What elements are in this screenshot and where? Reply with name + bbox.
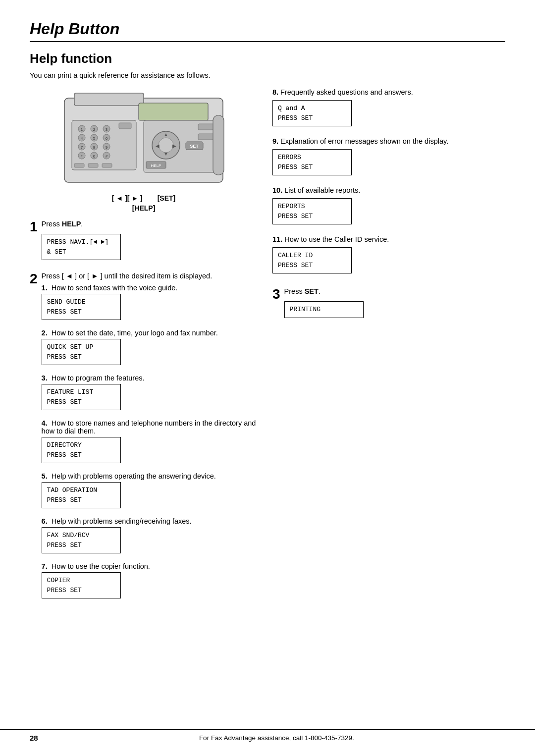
step-1: 1 Press HELP. PRESS NAVI.[◄ ►] & SET	[30, 220, 258, 264]
sub-item-2: 2. How to set the date, time, your logo …	[42, 329, 258, 369]
left-column: 1 2 3 4 5 6 7 8	[30, 88, 258, 615]
page-container: Help Button Help function You can print …	[0, 0, 535, 756]
svg-rect-31	[119, 123, 131, 129]
svg-text:1: 1	[81, 127, 83, 132]
step-1-text: Press HELP.	[42, 220, 258, 228]
lcd-item-5: TAD OPERATION PRESS SET	[42, 482, 121, 508]
step-3: 3 Press SET. PRINTING	[272, 287, 505, 322]
right-sub-item-9: 9. Explanation of error messages shown o…	[272, 137, 505, 179]
lcd-item-7: COPIER PRESS SET	[42, 572, 121, 598]
svg-text:▶: ▶	[172, 143, 176, 149]
svg-rect-34	[198, 134, 214, 140]
right-sub-item-11: 11. How to use the Caller ID service. CA…	[272, 235, 505, 277]
right-sub-item-10: 10. List of available reports. REPORTS P…	[272, 186, 505, 228]
step-3-number: 3	[272, 287, 280, 301]
page-footer: 28 For Fax Advantage assistance, call 1-…	[0, 729, 535, 746]
page-number: 28	[30, 734, 38, 742]
svg-text:*: *	[81, 154, 82, 159]
footer-text: For Fax Advantage assistance, call 1-800…	[48, 734, 505, 742]
step-1-content: Press HELP. PRESS NAVI.[◄ ►] & SET	[42, 220, 258, 264]
step-3-text: Press SET.	[284, 287, 505, 295]
fax-machine-svg: 1 2 3 4 5 6 7 8	[59, 88, 228, 192]
lcd-item-3: FEATURE LIST PRESS SET	[42, 384, 121, 410]
svg-rect-1	[74, 93, 144, 106]
svg-text:9: 9	[106, 145, 108, 150]
svg-text:▲: ▲	[163, 132, 168, 137]
svg-text:#: #	[106, 154, 108, 159]
svg-rect-30	[102, 163, 112, 167]
sub-item-5: 5. Help with problems operating the answ…	[42, 472, 258, 512]
step-1-number: 1	[30, 220, 38, 234]
svg-text:SET: SET	[190, 144, 199, 149]
svg-rect-2	[139, 103, 208, 120]
step-2: 2 Press [ ◄ ] or [ ► ] until the desired…	[30, 272, 258, 607]
lcd-right-item-10: REPORTS PRESS SET	[272, 198, 352, 224]
svg-text:HELP: HELP	[151, 163, 161, 168]
lcd-right-item-11: CALLER ID PRESS SET	[272, 247, 352, 273]
svg-rect-45	[213, 115, 224, 175]
svg-text:5: 5	[93, 136, 96, 141]
sub-item-6: 6. Help with problems sending/receiving …	[42, 517, 258, 557]
sub-item-7: 7. How to use the copier function. COPIE…	[42, 562, 258, 602]
section-title: Help function	[30, 51, 505, 66]
step-3-content: Press SET. PRINTING	[284, 287, 505, 322]
svg-text:6: 6	[106, 136, 108, 141]
step-2-text: Press [ ◄ ] or [ ► ] until the desired i…	[42, 272, 258, 280]
svg-text:0: 0	[93, 154, 96, 159]
svg-text:4: 4	[81, 136, 83, 141]
step-2-number: 2	[30, 272, 38, 286]
set-button-label: [SET]	[158, 194, 176, 202]
step-3-lcd: PRINTING	[284, 301, 364, 318]
main-content: 1 2 3 4 5 6 7 8	[30, 88, 505, 615]
nav-button-label: [ ◄ ][ ► ]	[112, 194, 143, 202]
lcd-item-2: QUICK SET UP PRESS SET	[42, 339, 121, 365]
svg-rect-28	[74, 163, 84, 167]
right-sub-item-8: 8. Frequently asked questions and answer…	[272, 88, 505, 130]
step-2-content: Press [ ◄ ] or [ ► ] until the desired i…	[42, 272, 258, 607]
svg-rect-33	[198, 124, 214, 130]
intro-text: You can print a quick reference for assi…	[30, 71, 505, 79]
sub-item-1: 1. How to send faxes with the voice guid…	[42, 284, 258, 324]
sub-item-3: 3. How to program the features. FEATURE …	[42, 374, 258, 414]
lcd-item-1: SEND GUIDE PRESS SET	[42, 294, 121, 320]
device-illustration: 1 2 3 4 5 6 7 8	[59, 88, 228, 212]
svg-text:◀: ◀	[156, 143, 160, 149]
lcd-right-item-8: Q and A PRESS SET	[272, 100, 352, 126]
help-button-label: [HELP]	[59, 204, 228, 212]
svg-text:8: 8	[93, 145, 96, 150]
right-column: 8. Frequently asked questions and answer…	[272, 88, 505, 615]
chapter-title: Help Button	[30, 20, 505, 42]
step-1-lcd: PRESS NAVI.[◄ ►] & SET	[42, 234, 121, 260]
lcd-item-4: DIRECTORY PRESS SET	[42, 437, 121, 463]
svg-point-36	[159, 138, 173, 153]
svg-text:2: 2	[93, 127, 96, 132]
lcd-right-item-9: ERRORS PRESS SET	[272, 149, 352, 175]
svg-rect-29	[88, 163, 98, 167]
button-labels-row: [ ◄ ][ ► ] [SET]	[59, 194, 228, 202]
lcd-item-6: FAX SND/RCV PRESS SET	[42, 527, 121, 553]
svg-text:▼: ▼	[163, 151, 168, 157]
sub-items-list-left: 1. How to send faxes with the voice guid…	[42, 284, 258, 602]
svg-text:7: 7	[81, 145, 83, 150]
sub-item-4: 4. How to store names and telephone numb…	[42, 419, 258, 467]
svg-text:3: 3	[106, 127, 108, 132]
